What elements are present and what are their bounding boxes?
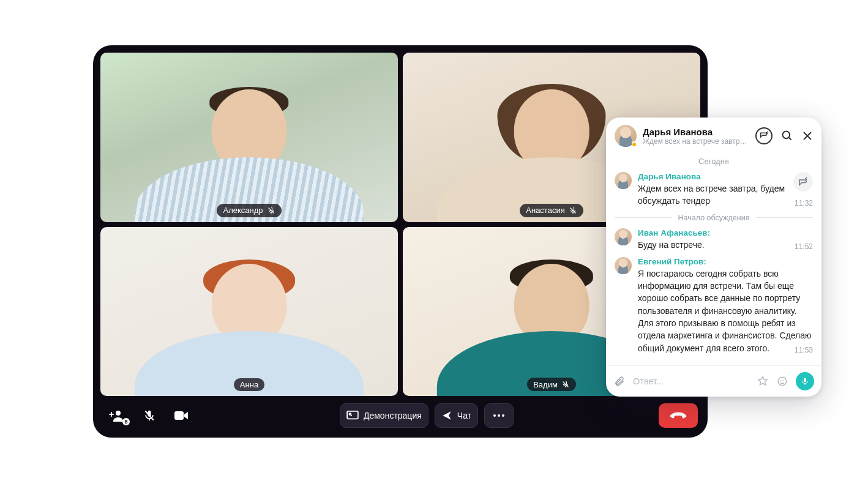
close-icon bbox=[802, 130, 813, 141]
mic-off-icon bbox=[143, 409, 155, 422]
mic-icon bbox=[801, 376, 809, 386]
chat-subtitle: Ждем всех на встрече завтра... bbox=[643, 137, 749, 146]
camera-button[interactable] bbox=[168, 403, 195, 428]
chat-header: Дарья Иванова Ждем всех на встрече завтр… bbox=[606, 118, 821, 151]
chat-title-block: Дарья Иванова Ждем всех на встрече завтр… bbox=[643, 127, 749, 146]
chat-label: Чат bbox=[457, 411, 471, 420]
participant-name-badge: Анна bbox=[234, 378, 264, 391]
participant-name: Александр bbox=[223, 206, 263, 214]
avatar bbox=[615, 172, 632, 189]
voice-message-button[interactable] bbox=[796, 372, 814, 390]
svg-rect-22 bbox=[804, 378, 806, 382]
participant-name: Анастасия bbox=[526, 206, 564, 214]
chat-contact-name: Дарья Иванова bbox=[643, 127, 749, 137]
video-tile-alexandr[interactable]: Александр bbox=[100, 53, 398, 222]
thread-separator: Начало обсуждения bbox=[615, 214, 813, 222]
message-author: Иван Афанасьев: bbox=[638, 228, 813, 237]
status-dot-away bbox=[631, 141, 637, 147]
participant-video bbox=[145, 252, 353, 396]
video-tile-anna[interactable]: Анна bbox=[100, 227, 398, 397]
search-icon bbox=[781, 130, 793, 142]
chat-message: Евгений Петров: Я постараюсь сегодня соб… bbox=[615, 257, 813, 354]
favorite-button[interactable] bbox=[757, 375, 769, 387]
svg-rect-11 bbox=[347, 411, 358, 419]
svg-point-20 bbox=[780, 380, 782, 381]
reply-icon bbox=[798, 177, 809, 187]
chat-panel: Дарья Иванова Ждем всех на встрече завтр… bbox=[606, 118, 821, 397]
thread-label: Начало обсуждения bbox=[678, 214, 750, 222]
message-author: Дарья Иванова bbox=[638, 172, 787, 181]
svg-point-19 bbox=[778, 377, 787, 386]
paperclip-icon bbox=[614, 376, 625, 387]
participant-name: Вадим bbox=[533, 381, 558, 389]
mic-off-icon bbox=[561, 380, 570, 389]
svg-point-14 bbox=[502, 414, 504, 417]
thread-icon bbox=[759, 131, 769, 141]
participant-count-badge: 8 bbox=[122, 418, 130, 425]
participant-video bbox=[145, 78, 353, 222]
svg-line-16 bbox=[789, 138, 791, 140]
emoji-icon bbox=[777, 376, 788, 387]
screenshare-label: Демонстрация bbox=[364, 411, 422, 420]
svg-point-12 bbox=[493, 414, 496, 417]
message-time: 11:53 bbox=[795, 346, 813, 354]
attach-button[interactable] bbox=[613, 375, 626, 387]
mute-button[interactable] bbox=[137, 403, 162, 428]
camera-icon bbox=[174, 410, 189, 421]
participant-name-badge: Вадим bbox=[527, 378, 576, 391]
more-options-button[interactable] bbox=[484, 403, 514, 428]
chat-input-bar bbox=[606, 365, 821, 397]
chat-day-label: Сегодня bbox=[615, 157, 813, 166]
message-time: 11:32 bbox=[795, 199, 813, 207]
screenshare-button[interactable]: Демонстрация bbox=[340, 403, 428, 428]
more-icon bbox=[493, 414, 505, 417]
svg-point-21 bbox=[784, 380, 785, 381]
participant-name-badge: Анастасия bbox=[520, 204, 583, 217]
avatar bbox=[615, 125, 637, 147]
screenshare-icon bbox=[346, 411, 359, 420]
reply-button[interactable] bbox=[793, 172, 813, 192]
message-text: Я постараюсь сегодня собрать всю информа… bbox=[638, 267, 813, 354]
participant-name-badge: Александр bbox=[217, 204, 281, 217]
svg-point-6 bbox=[116, 411, 121, 416]
send-icon bbox=[441, 410, 452, 421]
message-text: Буду на встрече. bbox=[638, 239, 813, 251]
svg-rect-10 bbox=[174, 411, 184, 420]
svg-point-15 bbox=[783, 132, 790, 139]
hangup-button[interactable] bbox=[659, 403, 698, 428]
chat-button[interactable]: Чат bbox=[435, 403, 478, 428]
close-button[interactable] bbox=[802, 130, 813, 141]
star-icon bbox=[757, 376, 768, 387]
chat-body: Сегодня Дарья Иванова Ждем всех на встре… bbox=[606, 151, 821, 365]
svg-point-13 bbox=[498, 414, 500, 417]
chat-message: Иван Афанасьев: Буду на встрече. 11:52 bbox=[615, 228, 813, 251]
call-toolbar: 8 Демонстрация Чат bbox=[100, 396, 700, 430]
hangup-icon bbox=[670, 411, 687, 420]
avatar bbox=[615, 228, 632, 245]
participant-name: Анна bbox=[240, 381, 258, 389]
mic-off-icon bbox=[569, 206, 577, 215]
thread-toggle-button[interactable] bbox=[755, 127, 773, 144]
chat-message: Дарья Иванова Ждем всех на встрече завтр… bbox=[615, 172, 813, 207]
avatar bbox=[615, 257, 632, 274]
message-text: Ждем всех на встрече завтра, будем обсуж… bbox=[638, 182, 787, 207]
emoji-button[interactable] bbox=[776, 375, 788, 387]
search-button[interactable] bbox=[781, 130, 793, 142]
mic-off-icon bbox=[267, 206, 275, 215]
reply-input[interactable] bbox=[633, 376, 749, 386]
message-author: Евгений Петров: bbox=[638, 257, 813, 266]
message-time: 11:52 bbox=[795, 242, 813, 251]
add-participant-button[interactable]: 8 bbox=[103, 403, 131, 428]
